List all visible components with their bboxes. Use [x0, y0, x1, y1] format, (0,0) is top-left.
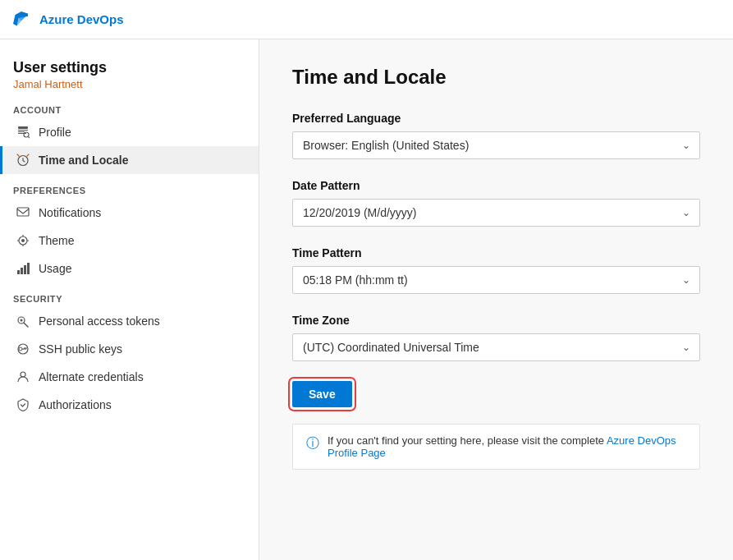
svg-point-25 [21, 372, 25, 377]
svg-rect-1 [18, 130, 28, 131]
svg-rect-16 [24, 265, 26, 274]
sidebar-item-time-locale-label: Time and Locale [39, 154, 128, 167]
profile-page-link[interactable]: Azure DevOps Profile Page [328, 434, 676, 459]
section-label-account: Account [0, 94, 259, 118]
notifications-icon [16, 205, 30, 220]
label-preferred-language: Preferred Language [292, 112, 700, 125]
profile-icon [16, 125, 30, 140]
svg-line-5 [29, 137, 30, 139]
sidebar-item-ssh[interactable]: SSH public keys [0, 335, 259, 363]
sidebar-item-alt-creds[interactable]: Alternate credentials [0, 363, 259, 391]
select-wrapper-timezone: (UTC) Coordinated Universal Time (UTC-05… [292, 333, 700, 361]
info-icon: ⓘ [306, 435, 319, 452]
sidebar-item-pat[interactable]: Personal access tokens [0, 307, 259, 335]
sidebar-item-ssh-label: SSH public keys [39, 342, 122, 356]
sidebar-item-notifications-label: Notifications [39, 206, 101, 219]
svg-rect-0 [18, 126, 28, 129]
page-title: Time and Locale [292, 66, 700, 89]
sidebar-item-time-locale[interactable]: Time and Locale [0, 146, 259, 174]
svg-rect-15 [21, 268, 23, 274]
sidebar-item-pat-label: Personal access tokens [39, 314, 160, 328]
sidebar-item-profile-label: Profile [39, 126, 71, 139]
form-group-time-zone: Time Zone (UTC) Coordinated Universal Ti… [292, 314, 700, 361]
section-label-security: Security [0, 282, 259, 307]
azure-devops-logo-icon [13, 10, 33, 30]
usage-icon [16, 261, 30, 276]
sidebar-item-usage[interactable]: Usage [0, 255, 259, 282]
select-time-pattern[interactable]: 05:18 PM (hh:mm tt) 17:18 (HH:mm) 5:18 P… [292, 266, 700, 294]
svg-point-21 [19, 347, 22, 351]
svg-point-9 [21, 239, 25, 242]
main-layout: User settings Jamal Hartnett Account Pro… [0, 39, 733, 560]
select-preferred-language[interactable]: Browser: English (United States) English… [292, 131, 700, 159]
info-text: If you can't find your setting here, ple… [328, 434, 686, 459]
svg-rect-7 [17, 208, 29, 216]
topbar: Azure DevOps [0, 0, 733, 39]
content-area: Time and Locale Preferred Language Brows… [259, 39, 733, 560]
sidebar-title: User settings [13, 59, 245, 76]
sidebar-item-profile[interactable]: Profile [0, 118, 259, 146]
sidebar-username: Jamal Hartnett [13, 78, 245, 90]
form-group-time-pattern: Time Pattern 05:18 PM (hh:mm tt) 17:18 (… [292, 246, 700, 294]
sidebar-item-theme-label: Theme [39, 234, 75, 247]
label-time-pattern: Time Pattern [292, 246, 700, 259]
app-name: Azure DevOps [39, 12, 124, 26]
svg-point-19 [21, 319, 23, 322]
svg-rect-2 [18, 131, 25, 132]
pat-icon [16, 314, 30, 328]
sidebar-item-authorizations-label: Authorizations [39, 398, 112, 411]
sidebar-header: User settings Jamal Hartnett [0, 53, 259, 94]
label-date-pattern: Date Pattern [292, 179, 700, 192]
select-date-pattern[interactable]: 12/20/2019 (M/d/yyyy) 20/12/2019 (d/M/yy… [292, 199, 700, 227]
select-wrapper-date: 12/20/2019 (M/d/yyyy) 20/12/2019 (d/M/yy… [292, 199, 700, 227]
svg-point-4 [24, 132, 29, 137]
sidebar-item-usage-label: Usage [39, 262, 71, 275]
form-group-date-pattern: Date Pattern 12/20/2019 (M/d/yyyy) 20/12… [292, 179, 700, 227]
form-group-preferred-language: Preferred Language Browser: English (Uni… [292, 112, 700, 159]
svg-rect-3 [18, 133, 26, 134]
app-logo[interactable]: Azure DevOps [13, 10, 124, 30]
sidebar: User settings Jamal Hartnett Account Pro… [0, 39, 259, 560]
svg-rect-17 [27, 263, 30, 274]
select-wrapper-time: 05:18 PM (hh:mm tt) 17:18 (HH:mm) 5:18 P… [292, 266, 700, 294]
sidebar-item-alt-creds-label: Alternate credentials [39, 370, 144, 383]
sidebar-item-authorizations[interactable]: Authorizations [0, 391, 259, 419]
save-button[interactable]: Save [292, 381, 352, 407]
select-time-zone[interactable]: (UTC) Coordinated Universal Time (UTC-05… [292, 333, 700, 361]
alt-creds-icon [16, 370, 30, 384]
svg-rect-14 [17, 270, 20, 274]
ssh-icon [16, 342, 30, 356]
sidebar-item-notifications[interactable]: Notifications [0, 199, 259, 227]
label-time-zone: Time Zone [292, 314, 700, 327]
section-label-preferences: Preferences [0, 174, 259, 199]
time-icon [16, 153, 30, 168]
theme-icon [16, 233, 30, 248]
auth-icon [16, 397, 30, 412]
select-wrapper-language: Browser: English (United States) English… [292, 131, 700, 159]
info-box: ⓘ If you can't find your setting here, p… [292, 424, 700, 470]
sidebar-item-theme[interactable]: Theme [0, 227, 259, 255]
